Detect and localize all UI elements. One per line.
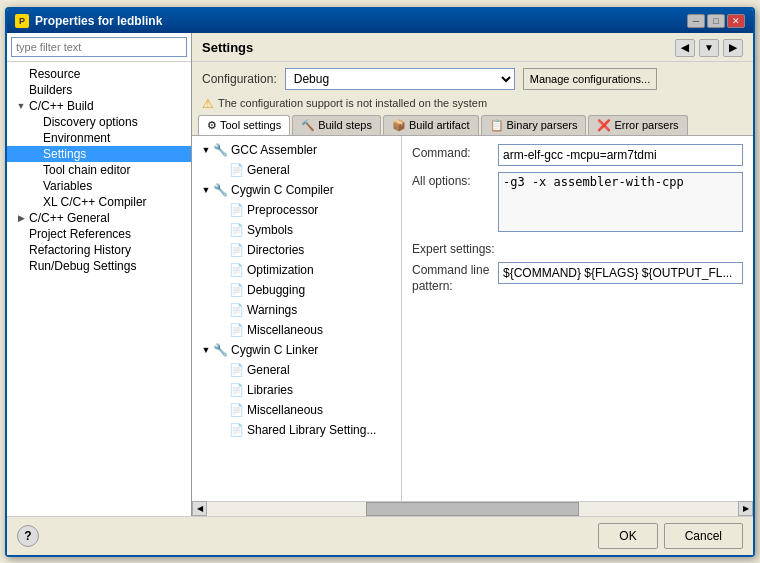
tool-item-preprocessor[interactable]: 📄Preprocessor xyxy=(192,200,401,220)
tab-binary_parsers[interactable]: 📋Binary parsers xyxy=(481,115,587,135)
tab-label-build_steps: Build steps xyxy=(318,119,372,131)
tool-icon-warnings: 📄 xyxy=(228,302,244,318)
tree-label-toolchain: Tool chain editor xyxy=(43,163,130,177)
action-buttons: OK Cancel xyxy=(598,523,743,549)
tree-toggle-toolchain[interactable] xyxy=(29,164,41,176)
tree: ResourceBuilders▼C/C++ BuildDiscovery op… xyxy=(7,62,191,516)
tree-toggle-cpp_general[interactable]: ▶ xyxy=(15,212,27,224)
nav-forward-button[interactable]: ▶ xyxy=(723,39,743,57)
tool-label-linker_general: General xyxy=(247,363,290,377)
tool-label-libraries: Libraries xyxy=(247,383,293,397)
tree-item-settings[interactable]: Settings xyxy=(7,146,191,162)
tree-item-cpp_general[interactable]: ▶C/C++ General xyxy=(7,210,191,226)
tab-tool_settings[interactable]: ⚙Tool settings xyxy=(198,115,290,136)
maximize-button[interactable]: □ xyxy=(707,14,725,28)
tool-item-linker_general[interactable]: 📄General xyxy=(192,360,401,380)
tool-icon-symbols: 📄 xyxy=(228,222,244,238)
nav-back-button[interactable]: ◀ xyxy=(675,39,695,57)
config-label: Configuration: xyxy=(202,72,277,86)
command-field-row: Command: xyxy=(412,144,743,166)
tree-label-refactoring: Refactoring History xyxy=(29,243,131,257)
all-options-field-row: All options: -g3 -x assembler-with-cpp xyxy=(412,172,743,232)
warning-row: ⚠ The configuration support is not insta… xyxy=(192,94,753,115)
tool-toggle-cygwin_c[interactable]: ▼ xyxy=(200,185,212,195)
tree-item-builders[interactable]: Builders xyxy=(7,82,191,98)
tree-item-resource[interactable]: Resource xyxy=(7,66,191,82)
tree-item-cpp_build[interactable]: ▼C/C++ Build xyxy=(7,98,191,114)
tool-item-optimization[interactable]: 📄Optimization xyxy=(192,260,401,280)
tree-toggle-settings[interactable] xyxy=(29,148,41,160)
tree-item-environment[interactable]: Environment xyxy=(7,130,191,146)
tree-toggle-environment[interactable] xyxy=(29,132,41,144)
command-line-input[interactable] xyxy=(498,262,743,284)
horizontal-scrollbar[interactable]: ◀ ▶ xyxy=(192,501,753,516)
tab-error_parsers[interactable]: ❌Error parsers xyxy=(588,115,687,135)
scroll-thumb[interactable] xyxy=(366,502,578,516)
tool-item-cygwin_c[interactable]: ▼🔧Cygwin C Compiler xyxy=(192,180,401,200)
scroll-right-button[interactable]: ▶ xyxy=(738,501,753,516)
close-button[interactable]: ✕ xyxy=(727,14,745,28)
nav-dropdown-button[interactable]: ▼ xyxy=(699,39,719,57)
tree-toggle-xl_compiler[interactable] xyxy=(29,196,41,208)
scroll-track[interactable] xyxy=(207,502,738,516)
tool-toggle-gcc_assembler[interactable]: ▼ xyxy=(200,145,212,155)
tree-label-builders: Builders xyxy=(29,83,72,97)
tree-toggle-discovery[interactable] xyxy=(29,116,41,128)
tree-item-toolchain[interactable]: Tool chain editor xyxy=(7,162,191,178)
tool-icon-directories: 📄 xyxy=(228,242,244,258)
ok-button[interactable]: OK xyxy=(598,523,657,549)
tab-build_steps[interactable]: 🔨Build steps xyxy=(292,115,381,135)
tool-tree: ▼🔧GCC Assembler📄General▼🔧Cygwin C Compil… xyxy=(192,136,402,501)
tool-item-gcc_general[interactable]: 📄General xyxy=(192,160,401,180)
tree-item-project_refs[interactable]: Project References xyxy=(7,226,191,242)
tree-label-variables: Variables xyxy=(43,179,92,193)
tree-item-xl_compiler[interactable]: XL C/C++ Compiler xyxy=(7,194,191,210)
settings-title: Settings xyxy=(202,40,253,55)
tab-build_artifact[interactable]: 📦Build artifact xyxy=(383,115,479,135)
tree-toggle-builders[interactable] xyxy=(15,84,27,96)
tool-item-libraries[interactable]: 📄Libraries xyxy=(192,380,401,400)
tree-label-settings: Settings xyxy=(43,147,86,161)
tool-item-directories[interactable]: 📄Directories xyxy=(192,240,401,260)
bottom-bar: ? OK Cancel xyxy=(7,516,753,555)
tree-toggle-refactoring[interactable] xyxy=(15,244,27,256)
tree-item-refactoring[interactable]: Refactoring History xyxy=(7,242,191,258)
title-bar: P Properties for ledblink ─ □ ✕ xyxy=(7,9,753,33)
config-select[interactable]: Debug xyxy=(285,68,515,90)
tree-toggle-variables[interactable] xyxy=(29,180,41,192)
manage-configurations-button[interactable]: Manage configurations... xyxy=(523,68,657,90)
tool-item-gcc_assembler[interactable]: ▼🔧GCC Assembler xyxy=(192,140,401,160)
tree-label-xl_compiler: XL C/C++ Compiler xyxy=(43,195,147,209)
scroll-left-button[interactable]: ◀ xyxy=(192,501,207,516)
tree-toggle-cpp_build[interactable]: ▼ xyxy=(15,100,27,112)
tool-item-shared_lib[interactable]: 📄Shared Library Setting... xyxy=(192,420,401,440)
tool-item-debugging[interactable]: 📄Debugging xyxy=(192,280,401,300)
tree-item-run_debug[interactable]: Run/Debug Settings xyxy=(7,258,191,274)
command-input[interactable] xyxy=(498,144,743,166)
tree-toggle-resource[interactable] xyxy=(15,68,27,80)
tool-item-warnings[interactable]: 📄Warnings xyxy=(192,300,401,320)
filter-input[interactable] xyxy=(11,37,187,57)
tool-icon-gcc_assembler: 🔧 xyxy=(212,142,228,158)
tree-label-cpp_general: C/C++ General xyxy=(29,211,110,225)
tool-toggle-cygwin_linker[interactable]: ▼ xyxy=(200,345,212,355)
all-options-textarea[interactable]: -g3 -x assembler-with-cpp xyxy=(498,172,743,232)
tool-icon-optimization: 📄 xyxy=(228,262,244,278)
tree-item-variables[interactable]: Variables xyxy=(7,178,191,194)
main-content: ▼🔧GCC Assembler📄General▼🔧Cygwin C Compil… xyxy=(192,136,753,501)
tree-item-discovery[interactable]: Discovery options xyxy=(7,114,191,130)
cancel-button[interactable]: Cancel xyxy=(664,523,743,549)
help-button[interactable]: ? xyxy=(17,525,39,547)
dialog-icon: P xyxy=(15,14,29,28)
tool-item-link_misc[interactable]: 📄Miscellaneous xyxy=(192,400,401,420)
tree-label-project_refs: Project References xyxy=(29,227,131,241)
tool-icon-debugging: 📄 xyxy=(228,282,244,298)
tool-item-miscellaneous[interactable]: 📄Miscellaneous xyxy=(192,320,401,340)
tool-item-symbols[interactable]: 📄Symbols xyxy=(192,220,401,240)
tree-toggle-run_debug[interactable] xyxy=(15,260,27,272)
minimize-button[interactable]: ─ xyxy=(687,14,705,28)
settings-detail-panel: Command: All options: -g3 -x assembler-w… xyxy=(402,136,753,501)
tree-label-run_debug: Run/Debug Settings xyxy=(29,259,136,273)
tree-toggle-project_refs[interactable] xyxy=(15,228,27,240)
tool-item-cygwin_linker[interactable]: ▼🔧Cygwin C Linker xyxy=(192,340,401,360)
